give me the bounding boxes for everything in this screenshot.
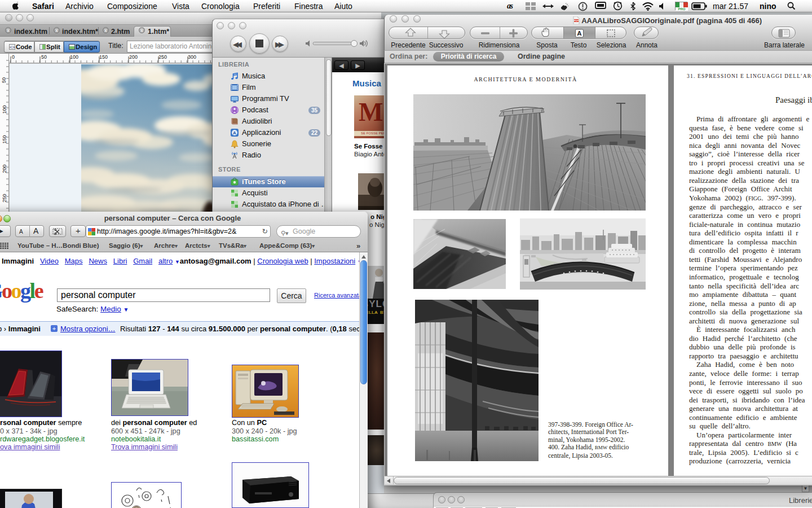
svg-text:PDF: PDF — [574, 19, 579, 22]
svg-text:A: A — [577, 30, 581, 37]
svg-text:A: A — [233, 130, 236, 135]
